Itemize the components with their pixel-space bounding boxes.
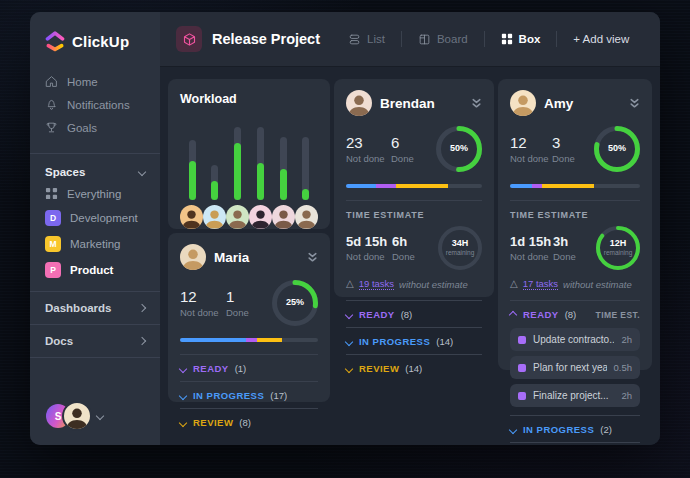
time-not-done: 5d 15h — [346, 234, 392, 249]
time-estimate-label: TIME ESTIMATE — [510, 210, 640, 220]
collapse-icon[interactable] — [629, 98, 640, 109]
sidebar-item-everything[interactable]: Everything — [30, 182, 160, 205]
section-in-progress[interactable]: IN PROGRESS (17) — [180, 381, 318, 408]
chevron-down-icon — [345, 310, 353, 318]
section-review[interactable]: REVIEW (14) — [346, 354, 482, 381]
space-badge-marketing: M — [45, 236, 61, 252]
task-row[interactable]: Finalize project... 2h — [510, 384, 640, 407]
desktop-backdrop: ClickUp Home Notifications Goals S — [0, 0, 690, 478]
task-status-icon — [518, 392, 526, 400]
time-done: 6h — [392, 234, 438, 249]
space-label: Marketing — [70, 238, 121, 250]
space-label: Product — [70, 264, 113, 276]
not-done-label: Not done — [180, 307, 226, 318]
sidebar-item-goals[interactable]: Goals — [30, 116, 160, 139]
stats-row: 12Not done 3Done 50% — [510, 126, 640, 172]
chevron-right-icon — [138, 304, 146, 312]
avatar[interactable] — [295, 205, 318, 229]
section-ready[interactable]: READY (8) TIME EST. — [510, 300, 640, 323]
sidebar-item-development[interactable]: D Development — [30, 205, 160, 231]
user-menu[interactable]: S — [46, 401, 103, 431]
sidebar-bottom-divider — [30, 357, 160, 358]
avatar[interactable] — [203, 205, 226, 229]
status-progress-bar — [510, 184, 640, 188]
member-name: Amy — [544, 96, 621, 111]
member-name: Maria — [214, 250, 299, 265]
section-ready[interactable]: READY (1) — [180, 354, 318, 381]
dashboard-content: Workload Maria — [160, 67, 660, 445]
warning-row: △ 17 tasks without estimate — [510, 278, 640, 290]
done-label: Done — [552, 153, 594, 164]
workload-bar[interactable] — [205, 120, 225, 200]
avatar[interactable] — [272, 205, 295, 229]
tab-list[interactable]: List — [342, 29, 391, 50]
tab-box[interactable]: Box — [495, 29, 547, 49]
time-estimate-label: TIME ESTIMATE — [346, 210, 482, 220]
space-badge-product: P — [45, 262, 61, 278]
topbar: Release Project List Board Box + Add vie… — [160, 12, 660, 67]
workload-bar[interactable] — [296, 120, 316, 200]
chevron-down-icon — [345, 337, 353, 345]
tasks-without-estimate-link[interactable]: 19 tasks — [359, 278, 394, 290]
space-badge-development: D — [45, 210, 61, 226]
sidebar-item-home[interactable]: Home — [30, 70, 160, 93]
section-in-progress[interactable]: IN PROGRESS (14) — [346, 327, 482, 354]
warning-icon: △ — [510, 279, 518, 289]
box-icon — [501, 33, 513, 45]
task-row[interactable]: Plan for next year 0.5h — [510, 356, 640, 379]
avatar[interactable] — [249, 205, 272, 229]
avatar[interactable] — [510, 90, 536, 116]
sidebar-item-marketing[interactable]: M Marketing — [30, 231, 160, 257]
chevron-down-icon — [345, 364, 353, 372]
status-progress-bar — [346, 184, 482, 188]
tasks-without-estimate-link[interactable]: 17 tasks — [523, 278, 558, 290]
card-header: Amy — [510, 90, 640, 116]
chevron-down-icon — [179, 391, 187, 399]
collapse-icon[interactable] — [307, 252, 318, 263]
dashboards-label: Dashboards — [45, 302, 111, 314]
done-count: 1 — [226, 288, 272, 305]
section-review[interactable]: REVIEW (3) — [510, 442, 640, 445]
add-view-button[interactable]: + Add view — [567, 29, 635, 49]
section-ready[interactable]: READY (8) — [346, 300, 482, 327]
sidebar-item-dashboards[interactable]: Dashboards — [30, 300, 160, 324]
app-window: ClickUp Home Notifications Goals S — [30, 12, 660, 445]
not-done-count: 12 — [180, 288, 226, 305]
workload-bar[interactable] — [182, 120, 202, 200]
divider — [556, 31, 557, 47]
time-estimate-row: 1d 15hNot done 3hDone 12Hremaining — [510, 226, 640, 270]
section-review[interactable]: REVIEW (8) — [180, 408, 318, 435]
board-icon — [418, 33, 431, 46]
home-icon — [45, 75, 58, 88]
workload-avatars — [180, 205, 318, 229]
tab-label: Box — [519, 33, 541, 45]
spaces-header[interactable]: Spaces — [30, 162, 160, 182]
sidebar-item-docs[interactable]: Docs — [30, 333, 160, 357]
stats-row: 23Not done 6Done 50% — [346, 126, 482, 172]
time-est-column-header: TIME EST. — [596, 310, 640, 320]
avatar[interactable] — [180, 244, 206, 270]
section-in-progress[interactable]: IN PROGRESS (2) — [510, 415, 640, 442]
workload-bar[interactable] — [250, 120, 270, 200]
chevron-down-icon — [509, 425, 517, 433]
avatar[interactable] — [226, 205, 249, 229]
card-header: Brendan — [346, 90, 482, 116]
clickup-logo[interactable]: ClickUp — [30, 12, 160, 68]
user-avatar[interactable] — [62, 401, 92, 431]
avatar[interactable] — [346, 90, 372, 116]
sidebar-item-label: Notifications — [67, 99, 130, 111]
workload-bar[interactable] — [273, 120, 293, 200]
warning-row: △ 19 tasks without estimate — [346, 278, 482, 290]
sidebar: ClickUp Home Notifications Goals S — [30, 12, 160, 445]
sidebar-item-product[interactable]: P Product — [30, 257, 160, 283]
workload-card: Workload — [168, 79, 330, 229]
workload-bar[interactable] — [228, 120, 248, 200]
space-label: Everything — [67, 188, 121, 200]
sidebar-item-label: Goals — [67, 122, 97, 134]
task-row[interactable]: Update contracto... 2h — [510, 328, 640, 351]
space-label: Development — [70, 212, 138, 224]
collapse-icon[interactable] — [471, 98, 482, 109]
avatar[interactable] — [180, 205, 203, 229]
tab-board[interactable]: Board — [412, 29, 474, 50]
sidebar-item-notifications[interactable]: Notifications — [30, 93, 160, 116]
